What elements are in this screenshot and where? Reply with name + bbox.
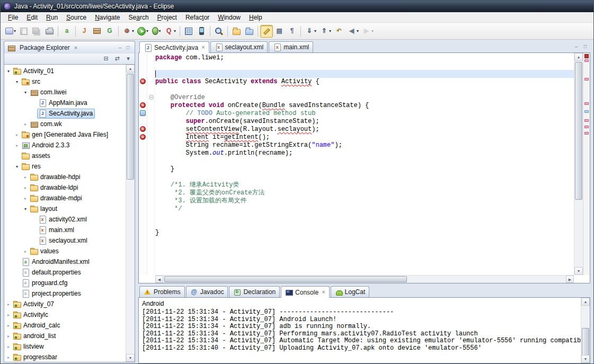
tree-item-main-xml[interactable]: main.xml [4, 225, 126, 235]
expand-arrow-icon[interactable]: ▸ [5, 344, 12, 349]
expand-arrow-icon[interactable]: ▸ [5, 355, 12, 360]
dropdown-arrow-icon[interactable]: ▾ [357, 29, 359, 33]
tree-item-res[interactable]: ▾res [4, 161, 126, 172]
collapse-arrow-icon[interactable]: ▾ [5, 69, 12, 74]
console-tab-console[interactable]: Console× [281, 286, 329, 298]
expand-arrow-icon[interactable]: ▸ [5, 302, 12, 307]
dropdown-arrow-icon[interactable]: ▾ [314, 29, 316, 33]
code-line[interactable]: /*1. 继承Acitvity类 [155, 181, 574, 189]
show-source-of-element-button[interactable]: ▤ [273, 25, 286, 38]
tree-item-activity-07[interactable]: ▸Activity_07 [4, 299, 126, 309]
menu-edit[interactable]: Edit [22, 13, 42, 22]
collapse-all-icon[interactable]: ⊟ [101, 55, 111, 63]
new-package-button[interactable] [91, 25, 103, 38]
tree-item-values[interactable]: ▸values [4, 246, 126, 256]
new-java-project-button[interactable]: J [78, 25, 91, 38]
error-marker-icon[interactable] [140, 78, 146, 84]
code-line[interactable] [155, 157, 574, 165]
code-line[interactable]: @Override [155, 94, 574, 102]
save-button[interactable] [17, 25, 30, 38]
tree-item-proguard-cfg[interactable]: proguard.cfg [4, 278, 126, 288]
code-line[interactable] [155, 173, 574, 181]
tree-item-progressbar[interactable]: ▸progressbar [4, 352, 126, 362]
view-menu-icon[interactable]: ▾ [123, 55, 133, 63]
console-scrollbar[interactable]: ▲ ▼ [581, 298, 590, 363]
editor-horizontal-scrollbar[interactable]: ◀ ▶ [155, 275, 574, 283]
minimize-view-button[interactable]: – [116, 44, 124, 51]
scroll-right-button[interactable]: ▶ [566, 276, 574, 283]
tree-item-com-wk[interactable]: ▸com.wk [4, 119, 126, 129]
tree-item-android-list[interactable]: ▸android_list [4, 331, 126, 341]
link-with-editor-icon[interactable]: ⇄ [112, 55, 122, 63]
dropdown-arrow-icon[interactable]: ▾ [132, 29, 134, 33]
tree-item-assets[interactable]: assets [4, 150, 126, 161]
console-tab-declaration[interactable]: Declaration [229, 286, 280, 297]
menu-navigate[interactable]: Navigate [91, 13, 124, 22]
expand-arrow-icon[interactable]: ▸ [5, 323, 12, 328]
tree-item-android-calc[interactable]: ▸Android_calc [4, 320, 126, 331]
error-marker-icon[interactable] [140, 134, 146, 140]
menu-source[interactable]: Source [62, 13, 91, 22]
save-all-button[interactable] [30, 25, 43, 38]
overview-pink-mark[interactable] [584, 126, 589, 128]
console-tab-problems[interactable]: Problems [139, 286, 185, 297]
overview-blue-mark[interactable] [584, 110, 589, 113]
tree-item-drawable-hdpi[interactable]: ▸drawable-hdpi [4, 172, 126, 182]
dropdown-arrow-icon[interactable]: ▾ [159, 29, 161, 33]
code-editor[interactable]: package com.liwei;public class SecActivi… [155, 53, 574, 275]
maximize-view-button[interactable]: □ [124, 44, 132, 51]
menu-search[interactable]: Search [125, 13, 153, 22]
expand-arrow-icon[interactable]: ▸ [22, 122, 29, 127]
menu-file[interactable]: File [4, 13, 22, 22]
scrollbar-thumb[interactable] [575, 62, 582, 200]
scroll-left-button[interactable]: ◀ [155, 276, 163, 283]
dropdown-arrow-icon[interactable]: ▾ [14, 29, 16, 33]
code-line[interactable]: Intent it=getIntent(); [155, 134, 574, 141]
tree-item-activitylc[interactable]: ▸Activitylc [4, 309, 126, 320]
tree-scrollbar[interactable]: ▲ ▼ [126, 65, 135, 362]
code-line[interactable]: *2. 覆盖父类的onCreate方法 [155, 189, 574, 197]
editor-tab-secactivity-java[interactable]: SecActivity.java× [139, 41, 209, 53]
dropdown-arrow-icon[interactable]: ▾ [174, 29, 176, 33]
scroll-down-button[interactable]: ▼ [581, 355, 590, 363]
dropdown-arrow-icon[interactable]: ▾ [329, 29, 331, 33]
expand-arrow-icon[interactable]: ▸ [5, 334, 12, 339]
last-edit-location-button[interactable]: ↶ [333, 25, 345, 38]
maximize-editor-button[interactable]: □ [581, 43, 589, 50]
code-line[interactable] [155, 221, 574, 229]
expand-arrow-icon[interactable]: ▸ [14, 143, 20, 148]
next-annotation-button[interactable]: ⇓▾ [303, 25, 318, 38]
show-whitespace-button[interactable]: ¶ [286, 25, 298, 38]
tree-item-gen-generated-java-files[interactable]: ▸gen [Generated Java Files] [4, 129, 126, 140]
editor-tab-main-xml[interactable]: main.xml [269, 41, 313, 52]
collapse-arrow-icon[interactable]: ▾ [14, 79, 20, 84]
dropdown-arrow-icon[interactable]: ▾ [146, 29, 148, 33]
code-line[interactable]: */ [155, 205, 574, 213]
tree-item-listview[interactable]: ▸listview [4, 341, 126, 352]
code-line[interactable]: // TODO Auto-generated method stub [155, 110, 574, 118]
close-tab-icon[interactable]: × [322, 289, 325, 295]
scroll-up-button[interactable]: ▲ [126, 65, 135, 73]
menu-refactor[interactable]: Refactor [181, 13, 214, 22]
scrollbar-thumb[interactable] [164, 276, 407, 282]
tree-item-androidmanifest-xml[interactable]: AndroidManifest.xml [4, 256, 126, 267]
tree-item-activity-01[interactable]: ▾Activity_01 [4, 66, 126, 76]
editor-tab-seclayout-xml[interactable]: seclayout.xml [210, 41, 268, 52]
error-marker-icon[interactable] [140, 126, 146, 132]
print-button[interactable] [43, 25, 56, 38]
overview-pink-mark[interactable] [584, 102, 589, 105]
new-android-project-button[interactable]: a [60, 25, 73, 38]
tree-item-drawable-mdpi[interactable]: ▸drawable-mdpi [4, 193, 126, 203]
overview-pink-mark[interactable] [584, 132, 589, 135]
code-line[interactable] [155, 62, 574, 70]
code-line[interactable]: setContentView(R.layout.seclayout); [155, 126, 574, 134]
external-tools-button[interactable]: Q▾ [163, 25, 178, 38]
scroll-up-button[interactable]: ▲ [581, 298, 590, 306]
code-line[interactable]: String recname=it.getStringExtra("name")… [155, 141, 574, 149]
collapse-arrow-icon[interactable]: ▾ [14, 164, 20, 169]
collapse-arrow-icon[interactable]: ▾ [22, 90, 29, 95]
search-button[interactable] [212, 25, 225, 38]
tree-item-layout[interactable]: ▾layout [4, 203, 126, 214]
overview-pink-mark[interactable] [584, 78, 589, 81]
scrollbar-thumb[interactable] [127, 74, 134, 180]
